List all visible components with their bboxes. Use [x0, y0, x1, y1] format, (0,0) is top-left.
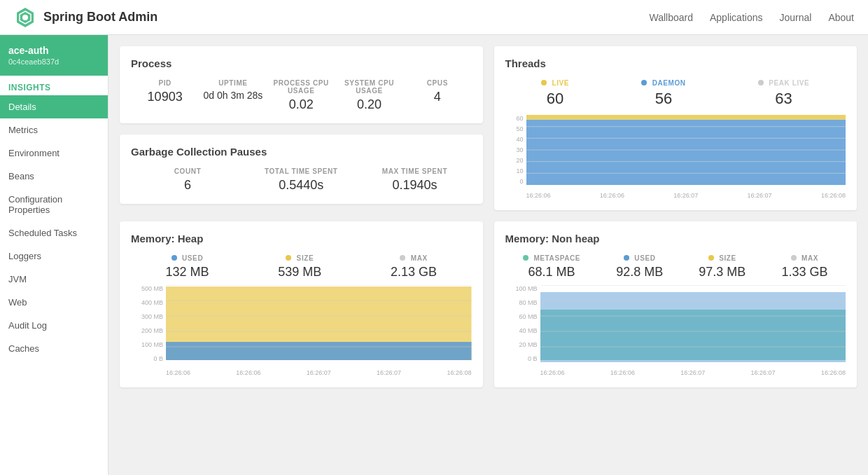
memory-heap-card: Memory: Heap USED 132 MB SIZE — [120, 221, 483, 387]
sidebar-item-scheduled[interactable]: Scheduled Tasks — [0, 221, 108, 245]
stat-gc-max: MAX TIME SPENT 0.1940s — [358, 167, 471, 193]
sidebar-user: ace-auth 0c4ceaeb837d — [0, 35, 108, 76]
sidebar-item-metrics[interactable]: Metrics — [0, 118, 108, 142]
live-dot — [541, 80, 547, 85]
heap-chart: 500 MB 400 MB 300 MB 200 MB 100 MB 0 B — [131, 285, 472, 376]
nonheap-stat-size: SIZE 97.3 MB — [699, 254, 746, 280]
heap-size-dot — [286, 255, 291, 261]
nonheap-size-label: SIZE — [699, 254, 746, 262]
svg-rect-4 — [526, 115, 846, 120]
thread-daemon-label: DAEMON — [641, 79, 685, 87]
sidebar-item-web[interactable]: Web — [0, 291, 108, 314]
heap-stat-used: USED 132 MB — [165, 254, 209, 280]
nonheap-meta-label: METASPACE — [523, 254, 580, 262]
nav-applications[interactable]: Applications — [710, 12, 763, 23]
process-card: Process PID 10903 UPTIME 0d 0h 3m 28s PR… — [120, 46, 483, 123]
nonheap-max-label: MAX — [781, 254, 827, 262]
nonheap-used-value: 92.8 MB — [616, 265, 663, 280]
process-title: Process — [131, 57, 472, 69]
threads-y-labels: 60 50 40 30 20 10 0 — [505, 115, 526, 185]
thread-peak-label: PEAK LIVE — [758, 79, 810, 87]
threads-svg — [526, 115, 846, 185]
heap-stats: USED 132 MB SIZE 539 MB — [131, 254, 472, 280]
main-layout: ace-auth 0c4ceaeb837d Insights Details M… — [0, 35, 868, 475]
nonheap-max-value: 1.33 GB — [781, 265, 827, 280]
gc-title: Garbage Collection Pauses — [131, 146, 472, 158]
app-header: Spring Boot Admin Wallboard Applications… — [0, 0, 868, 35]
thread-peak-value: 63 — [758, 90, 810, 108]
heap-chart-inner — [166, 285, 472, 362]
nonheap-chart-inner — [540, 285, 846, 362]
heap-used-value: 132 MB — [165, 265, 209, 280]
gc-count-value: 6 — [131, 178, 244, 193]
nonheap-meta-value: 68.1 MB — [523, 265, 580, 280]
nonheap-used-dot — [624, 255, 629, 261]
sidebar-item-config[interactable]: Configuration Properties — [0, 188, 108, 221]
gc-max-value: 0.1940s — [358, 178, 471, 193]
row-1: Process PID 10903 UPTIME 0d 0h 3m 28s PR… — [120, 46, 857, 210]
uptime-value: 0d 0h 3m 28s — [199, 90, 267, 101]
nonheap-size-value: 97.3 MB — [699, 265, 746, 280]
main-content: Process PID 10903 UPTIME 0d 0h 3m 28s PR… — [108, 35, 868, 475]
user-id: 0c4ceaeb837d — [8, 57, 99, 66]
nonheap-chart: 100 MB 80 MB 60 MB 40 MB 20 MB 0 B — [505, 285, 846, 376]
app-logo-icon — [14, 6, 36, 29]
nav-about[interactable]: About — [828, 12, 854, 23]
uptime-label: UPTIME — [199, 79, 267, 87]
nonheap-used-label: USED — [616, 254, 663, 262]
cpus-label: CPUS — [403, 79, 471, 87]
gc-max-label: MAX TIME SPENT — [358, 167, 471, 175]
heap-max-dot — [400, 255, 405, 261]
thread-stats: LIVE 60 DAEMON 56 PEAK — [505, 79, 846, 108]
stat-sys-cpu: SYSTEM CPU USAGE 0.20 — [335, 79, 403, 112]
app-title: Spring Boot Admin — [43, 10, 158, 25]
logo-area: Spring Boot Admin — [14, 6, 158, 29]
left-col: Process PID 10903 UPTIME 0d 0h 3m 28s PR… — [120, 46, 483, 210]
sidebar-item-beans[interactable]: Beans — [0, 165, 108, 188]
thread-live-label: LIVE — [541, 79, 569, 87]
stat-gc-count: COUNT 6 — [131, 167, 244, 193]
sidebar: ace-auth 0c4ceaeb837d Insights Details M… — [0, 35, 108, 475]
gc-stats: COUNT 6 TOTAL TIME SPENT 0.5440s MAX TIM… — [131, 167, 472, 193]
thread-stat-daemon: DAEMON 56 — [641, 79, 685, 108]
nonheap-size-dot — [708, 255, 714, 261]
stat-gc-total: TOTAL TIME SPENT 0.5440s — [244, 167, 358, 193]
svg-point-2 — [22, 15, 28, 20]
sys-cpu-value: 0.20 — [335, 97, 403, 112]
row-2: Memory: Heap USED 132 MB SIZE — [120, 221, 857, 387]
cpus-value: 4 — [403, 90, 471, 104]
stat-pid: PID 10903 — [131, 79, 199, 112]
threads-card: Threads LIVE 60 DAEMON 5 — [494, 46, 858, 210]
sidebar-item-jvm[interactable]: JVM — [0, 268, 108, 291]
threads-title: Threads — [505, 57, 846, 69]
nonheap-stats: METASPACE 68.1 MB USED 92.8 MB — [505, 254, 846, 280]
sidebar-item-details[interactable]: Details — [0, 95, 108, 118]
sidebar-item-loggers[interactable]: Loggers — [0, 245, 108, 268]
sidebar-item-environment[interactable]: Environment — [0, 142, 108, 165]
nav-wallboard[interactable]: Wallboard — [649, 12, 693, 23]
pid-label: PID — [131, 79, 199, 87]
nonheap-stat-meta: METASPACE 68.1 MB — [523, 254, 580, 280]
cpu-usage-label: PROCESS CPU USAGE — [267, 79, 335, 95]
heap-max-label: MAX — [391, 254, 437, 262]
process-stats: PID 10903 UPTIME 0d 0h 3m 28s PROCESS CP… — [131, 79, 472, 112]
cpu-usage-value: 0.02 — [267, 97, 335, 112]
nonheap-meta-dot — [523, 255, 528, 261]
main-nav: Wallboard Applications Journal About — [649, 12, 854, 23]
nav-journal[interactable]: Journal — [779, 12, 811, 23]
heap-max-value: 2.13 GB — [391, 265, 437, 280]
gc-total-label: TOTAL TIME SPENT — [244, 167, 358, 175]
gc-count-label: COUNT — [131, 167, 244, 175]
heap-size-value: 539 MB — [278, 265, 321, 280]
heap-stat-max: MAX 2.13 GB — [391, 254, 437, 280]
sys-cpu-label: SYSTEM CPU USAGE — [335, 79, 403, 95]
memory-nonheap-card: Memory: Non heap METASPACE 68.1 MB USED — [494, 221, 858, 387]
heap-y-labels: 500 MB 400 MB 300 MB 200 MB 100 MB 0 B — [131, 285, 166, 362]
sidebar-item-caches[interactable]: Caches — [0, 337, 108, 360]
sidebar-item-audit[interactable]: Audit Log — [0, 314, 108, 337]
nonheap-y-labels: 100 MB 80 MB 60 MB 40 MB 20 MB 0 B — [505, 285, 540, 362]
nonheap-stat-used: USED 92.8 MB — [616, 254, 663, 280]
thread-daemon-value: 56 — [641, 90, 685, 108]
heap-used-label: USED — [165, 254, 209, 262]
nonheap-max-dot — [791, 255, 797, 261]
